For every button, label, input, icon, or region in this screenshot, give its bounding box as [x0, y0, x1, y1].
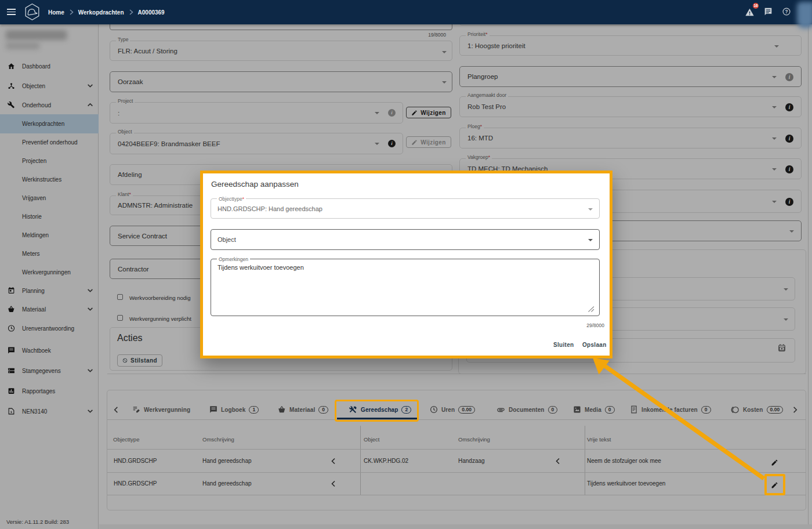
svg-text:?: ? [785, 9, 788, 15]
